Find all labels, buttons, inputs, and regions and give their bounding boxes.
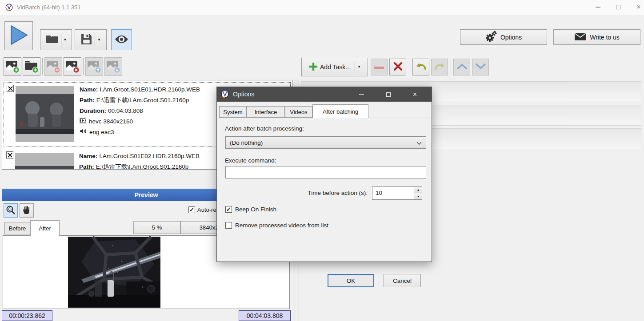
save-dropdown-caret-icon[interactable]: ▼ — [97, 38, 101, 42]
action-dropdown[interactable]: (Do nothing) — [225, 136, 426, 149]
action-label: Action after batch processing: — [225, 125, 304, 132]
beep-on-finish-checkbox[interactable]: ✓ Beep On Finish — [225, 206, 276, 213]
remove-video-icon — [46, 59, 60, 75]
redo-button[interactable] — [431, 59, 448, 75]
time-in-box: 00:00:23.862 — [2, 310, 52, 321]
move-up-icon — [87, 59, 101, 75]
write-to-us-button[interactable]: Write to us — [553, 29, 640, 45]
time-out-box: 00:04:03.808 — [239, 310, 291, 321]
remove-all-videos-button[interactable] — [64, 57, 81, 76]
video-thumbnail — [16, 86, 74, 142]
chevron-down-button[interactable] — [472, 59, 489, 75]
magnifier-icon — [6, 205, 16, 216]
options-button-label: Options — [500, 34, 522, 41]
app-logo-icon — [5, 4, 13, 12]
remove-label: Remove processed videos from list — [235, 222, 328, 229]
close-button[interactable]: × — [630, 0, 644, 14]
envelope-icon — [574, 32, 586, 42]
dialog-title: Options — [233, 91, 254, 98]
checkbox-unchecked[interactable] — [225, 222, 232, 229]
dialog-logo-icon — [221, 90, 229, 99]
tab-after-batching[interactable]: After batching — [312, 104, 368, 118]
minimize-button[interactable] — [589, 0, 607, 14]
chevron-up-icon — [456, 63, 468, 71]
options-button[interactable]: Options — [460, 29, 547, 45]
start-batch-button[interactable] — [4, 21, 33, 50]
gears-icon — [485, 31, 497, 44]
speaker-icon — [80, 127, 87, 138]
add-task-button[interactable]: Add Task... ▼ — [301, 58, 368, 76]
checkbox-checked[interactable]: ✓ — [225, 206, 232, 213]
remove-processed-checkbox[interactable]: Remove processed videos from list — [225, 222, 328, 229]
spinner-value[interactable]: 10 — [376, 190, 382, 196]
move-video-down-button[interactable] — [104, 57, 122, 76]
ok-button[interactable]: OK — [328, 274, 374, 287]
tab-system[interactable]: System — [219, 106, 247, 118]
move-video-up-button[interactable] — [85, 57, 103, 76]
video-checkbox[interactable] — [6, 151, 13, 159]
dialog-close-button[interactable]: × — [405, 87, 425, 102]
cancel-button[interactable]: Cancel — [384, 274, 421, 287]
window-title: VidBatch (64-bit) 1.1 351 — [17, 4, 81, 11]
dialog-maximize-button[interactable] — [378, 87, 398, 102]
save-icon — [80, 33, 92, 47]
zoom-fit-button[interactable] — [4, 203, 18, 218]
move-down-icon — [106, 59, 120, 75]
right-edge-line — [642, 80, 642, 321]
move-task-up-button[interactable] — [453, 59, 470, 75]
tab-videos[interactable]: Videos — [285, 106, 312, 118]
add-task-label: Add Task... — [320, 63, 351, 71]
tab-interface[interactable]: Interface — [247, 106, 285, 118]
add-folder-icon — [24, 59, 39, 75]
time-before-action-spinner[interactable]: 10 ▲ ▼ — [372, 186, 422, 200]
preview-frame-image — [68, 236, 160, 309]
preview-toggle-button[interactable] — [111, 29, 132, 50]
add-task-caret-icon[interactable]: ▼ — [357, 65, 361, 69]
dialog-titlebar[interactable]: Options × — [217, 87, 432, 102]
save-button[interactable]: ▼ — [75, 29, 107, 50]
video-checkbox[interactable] — [7, 85, 14, 92]
checkbox-checked[interactable]: ✓ — [188, 206, 195, 213]
tab-before[interactable]: Before — [4, 222, 30, 234]
film-icon — [80, 116, 86, 127]
add-video-button[interactable] — [4, 57, 21, 76]
add-folder-button[interactable] — [23, 57, 40, 76]
eye-icon — [115, 34, 128, 46]
chevron-down-icon — [475, 63, 486, 71]
tab-after[interactable]: After — [30, 220, 60, 236]
undo-icon — [415, 62, 427, 72]
add-video-icon — [5, 59, 20, 75]
plus-icon — [308, 62, 318, 73]
options-dialog: Options × System Interface Videos After … — [216, 87, 432, 262]
video-thumbnail — [15, 153, 74, 170]
zoom-percent-button[interactable]: 5 % — [133, 221, 180, 234]
execute-command-input[interactable] — [225, 166, 426, 178]
x-icon — [393, 61, 403, 73]
open-dropdown-caret-icon[interactable]: ▼ — [64, 38, 67, 42]
remove-video-button[interactable] — [44, 57, 62, 76]
open-button[interactable]: ▼ — [40, 29, 72, 50]
spinner-up-button[interactable]: ▲ — [414, 187, 422, 193]
time-before-action-label: Time before action (s): — [218, 190, 368, 196]
minus-icon — [374, 64, 384, 71]
remove-all-tasks-button[interactable] — [389, 59, 406, 75]
remove-task-button[interactable] — [371, 59, 388, 75]
dialog-tab-pane: Action after batch processing: (Do nothi… — [218, 118, 430, 261]
maximize-button[interactable] — [609, 0, 627, 14]
titlebar: VidBatch (64-bit) 1.1 351 × — [0, 0, 644, 15]
play-icon — [9, 25, 28, 47]
hand-icon — [23, 205, 31, 216]
undo-button[interactable] — [412, 59, 429, 75]
pan-button[interactable] — [20, 203, 34, 218]
open-folder-icon — [45, 34, 59, 46]
chevron-down-icon — [416, 142, 422, 145]
beep-label: Beep On Finish — [235, 206, 276, 213]
write-button-label: Write to us — [590, 34, 620, 41]
redo-icon — [434, 62, 446, 72]
spinner-down-button[interactable]: ▼ — [414, 193, 422, 199]
dialog-minimize-button[interactable] — [352, 87, 372, 102]
execute-command-label: Execute command: — [225, 157, 276, 164]
app-window: VidBatch (64-bit) 1.1 351 × ▼ ▼ Options … — [0, 0, 644, 321]
remove-all-icon — [65, 59, 80, 75]
